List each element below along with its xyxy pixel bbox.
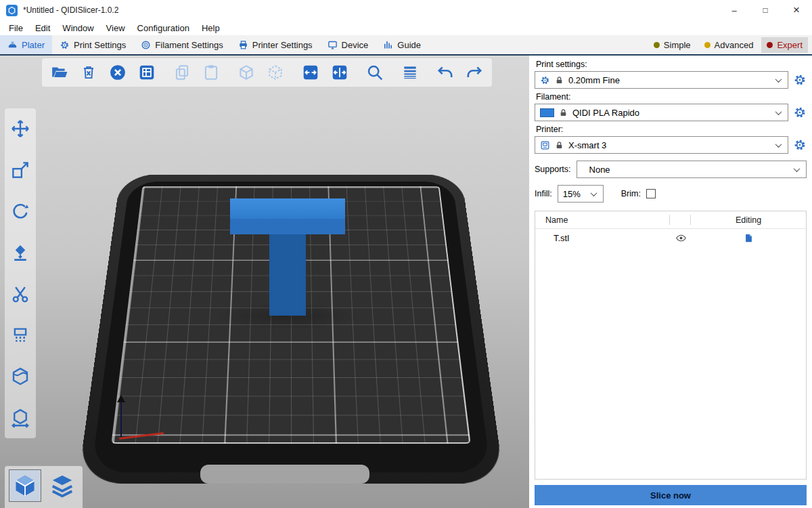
cut-button[interactable] xyxy=(9,283,31,305)
split-to-parts-button[interactable] xyxy=(330,63,349,82)
brim-checkbox[interactable] xyxy=(646,189,656,198)
tab-label: Plater xyxy=(22,40,45,50)
tab-print-settings[interactable]: Print Settings xyxy=(52,35,133,54)
redo-arrow-icon xyxy=(466,64,483,81)
menu-edit[interactable]: Edit xyxy=(29,23,56,33)
model-t-stem-face[interactable] xyxy=(269,234,306,316)
chevron-down-icon xyxy=(775,108,782,115)
rotate-button[interactable] xyxy=(9,200,31,222)
plater-icon xyxy=(7,40,18,50)
simple-mode-dot-icon xyxy=(654,42,660,48)
filament-gear-button[interactable] xyxy=(793,106,807,119)
tab-label: Print Settings xyxy=(74,40,126,50)
infill-combo[interactable]: 15% xyxy=(558,185,604,203)
3d-editor-view-button[interactable] xyxy=(9,469,41,502)
remove-instance-button[interactable] xyxy=(266,63,285,82)
tab-plater[interactable]: Plater xyxy=(0,35,52,54)
menu-file[interactable]: File xyxy=(3,23,29,33)
variable-layer-height-button[interactable] xyxy=(401,63,420,82)
menu-help[interactable]: Help xyxy=(196,23,226,33)
tab-printer-settings[interactable]: Printer Settings xyxy=(231,35,320,54)
titlebar: *Untitled - QIDISlicer-1.0.2 – □ × xyxy=(0,0,812,20)
mode-label: Advanced xyxy=(715,40,754,50)
object-list-row[interactable]: T.stl xyxy=(535,229,806,247)
mode-simple[interactable]: Simple xyxy=(648,37,696,53)
object-editing-icon[interactable] xyxy=(744,233,754,243)
copy-button[interactable] xyxy=(173,63,191,82)
3d-viewport[interactable] xyxy=(0,56,529,508)
infill-label: Infill: xyxy=(535,189,552,198)
printer-value: X-smart 3 xyxy=(568,140,606,150)
delete-button[interactable] xyxy=(79,63,98,82)
object-name[interactable]: T.stl xyxy=(535,233,671,243)
arrange-button[interactable] xyxy=(137,63,156,82)
print-settings-gear-button[interactable] xyxy=(793,73,807,87)
menu-configuration[interactable]: Configuration xyxy=(131,23,196,33)
mode-advanced[interactable]: Advanced xyxy=(699,37,759,53)
column-header-name[interactable]: Name xyxy=(535,215,669,225)
redo-button[interactable] xyxy=(465,63,484,82)
supports-value: None xyxy=(589,165,610,175)
monitor-icon xyxy=(328,40,338,50)
paste-button[interactable] xyxy=(202,63,221,82)
minimize-button[interactable]: – xyxy=(719,0,750,20)
undo-arrow-icon xyxy=(436,64,454,81)
chevron-down-icon xyxy=(590,190,597,196)
tab-filament-settings[interactable]: Filament Settings xyxy=(133,35,230,54)
printer-label: Printer: xyxy=(536,125,805,134)
undo-button[interactable] xyxy=(436,63,455,82)
printer-combo[interactable]: X-smart 3 xyxy=(535,136,788,154)
place-on-face-button[interactable] xyxy=(9,242,31,263)
window-title: *Untitled - QIDISlicer-1.0.2 xyxy=(23,5,118,15)
open-button[interactable] xyxy=(50,63,69,82)
lock-icon xyxy=(555,141,564,150)
filament-spool-icon xyxy=(141,40,151,50)
filament-combo[interactable]: QIDI PLA Rapido xyxy=(535,104,788,121)
menu-bar: File Edit Window View Configuration Help xyxy=(0,20,812,35)
mode-label: Simple xyxy=(664,40,691,50)
model-t-top-face[interactable] xyxy=(230,198,345,219)
delete-all-button[interactable] xyxy=(108,63,127,82)
menu-window[interactable]: Window xyxy=(56,23,99,33)
tab-device[interactable]: Device xyxy=(320,35,376,54)
add-instance-cube-icon xyxy=(238,64,255,81)
preview-view-button[interactable] xyxy=(46,469,78,502)
filament-color-swatch xyxy=(540,108,554,117)
tab-label: Printer Settings xyxy=(252,40,313,50)
seam-painting-icon xyxy=(10,366,30,387)
chevron-down-icon xyxy=(775,76,782,83)
column-header-editing[interactable]: Editing xyxy=(691,215,806,225)
printer-gear-button[interactable] xyxy=(793,138,807,152)
place-on-face-icon xyxy=(10,242,30,263)
measure-icon xyxy=(10,408,30,428)
supports-combo[interactable]: None xyxy=(577,161,807,178)
eye-icon[interactable] xyxy=(675,232,687,244)
slice-now-button[interactable]: Slice now xyxy=(535,485,807,505)
print-settings-combo[interactable]: 0.20mm Fine xyxy=(535,71,788,89)
menu-view[interactable]: View xyxy=(100,23,131,33)
print-settings-value: 0.20mm Fine xyxy=(568,75,620,85)
infill-value: 15% xyxy=(563,189,581,199)
tab-guide[interactable]: Guide xyxy=(376,35,428,54)
split-to-objects-button[interactable] xyxy=(301,63,320,82)
measure-button[interactable] xyxy=(9,407,31,429)
model-t-bar-front-face[interactable] xyxy=(230,219,345,234)
window-controls: – □ × xyxy=(719,0,812,20)
layer-lines-icon xyxy=(401,64,419,81)
brim-label: Brim: xyxy=(621,189,641,198)
scale-button[interactable] xyxy=(9,159,31,181)
add-instance-button[interactable] xyxy=(237,63,256,82)
mode-expert[interactable]: Expert xyxy=(761,37,808,53)
move-button[interactable] xyxy=(9,118,31,140)
maximize-button[interactable]: □ xyxy=(750,0,781,20)
seam-painting-button[interactable] xyxy=(9,366,31,387)
print-settings-label: Print settings: xyxy=(536,60,805,69)
search-icon xyxy=(366,64,384,81)
arrange-grid-icon xyxy=(138,64,156,81)
z-axis-icon xyxy=(120,402,122,438)
filament-value: QIDI PLA Rapido xyxy=(572,108,639,118)
paint-supports-button[interactable] xyxy=(9,324,31,346)
search-button[interactable] xyxy=(365,63,384,82)
close-button[interactable]: × xyxy=(781,0,812,20)
printer-mini-icon xyxy=(540,140,550,150)
